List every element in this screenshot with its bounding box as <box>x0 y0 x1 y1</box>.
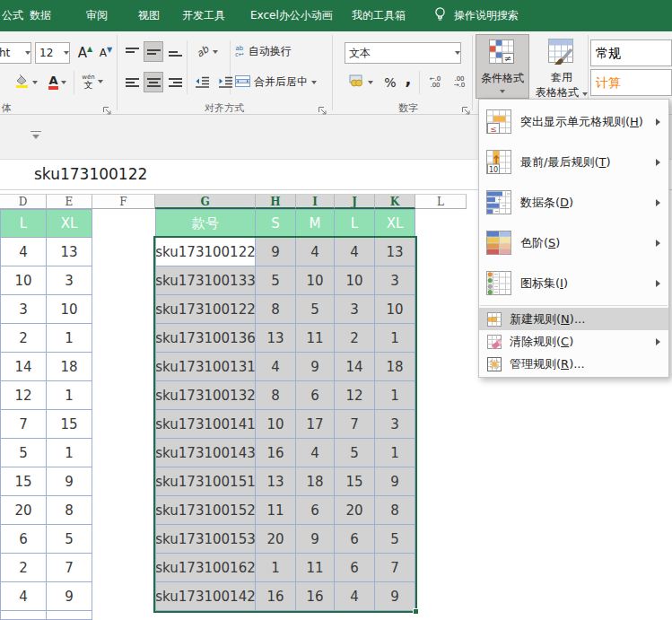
cell[interactable]: 10 <box>0 266 47 295</box>
cell[interactable]: 20 <box>0 496 47 525</box>
main-table-header[interactable]: L <box>335 209 375 238</box>
font-color-button[interactable]: A <box>44 71 71 93</box>
cell[interactable]: 13 <box>47 238 92 266</box>
main-table-header[interactable]: 款号 <box>155 209 256 238</box>
column-header-F[interactable]: F <box>92 194 155 209</box>
cell[interactable]: sku173100131 <box>155 353 256 381</box>
left-table-header[interactable]: XL <box>47 209 92 238</box>
cell[interactable]: 10 <box>256 410 296 439</box>
column-header-J[interactable]: J <box>335 194 375 209</box>
cell[interactable]: 10 <box>47 295 92 324</box>
cell[interactable]: 6 <box>296 496 335 525</box>
cell[interactable]: sku173100151 <box>155 467 256 496</box>
cell[interactable]: 5 <box>375 525 415 554</box>
cell[interactable]: sku173100132 <box>155 381 256 410</box>
menu-item-color-scales[interactable]: 色阶(S) <box>479 223 668 263</box>
wrap-text-button[interactable]: abc↩ 自动换行 <box>235 41 325 62</box>
cell[interactable]: 12 <box>335 381 375 410</box>
cell[interactable]: 20 <box>256 525 296 554</box>
cell[interactable]: 9 <box>296 525 335 554</box>
cell[interactable]: 4 <box>256 353 296 381</box>
cell[interactable] <box>47 611 92 620</box>
accounting-format-button[interactable] <box>345 71 377 93</box>
cell[interactable]: 15 <box>47 410 92 439</box>
cell[interactable]: 7 <box>0 410 47 439</box>
cell[interactable]: 8 <box>47 496 92 525</box>
menu-item-manage-rules[interactable]: 管理规则(R)... <box>479 353 668 375</box>
decrease-decimal-button[interactable]: .00→.0 <box>448 71 471 93</box>
cell[interactable]: sku173100141 <box>155 410 256 439</box>
cell[interactable]: 6 <box>0 525 47 554</box>
font-name-combo[interactable]: ht <box>0 42 31 64</box>
menu-item-clear-rules[interactable]: 清除规则(C) <box>479 330 668 353</box>
shrink-font-button[interactable]: A▼ <box>96 42 116 64</box>
cell[interactable]: 3 <box>0 295 47 324</box>
alignment-dialog-launcher-icon[interactable] <box>318 102 327 112</box>
cell[interactable]: 2 <box>0 554 47 582</box>
cell[interactable]: 4 <box>296 238 335 266</box>
cell[interactable]: 8 <box>256 295 296 324</box>
cell[interactable]: 9 <box>256 238 296 266</box>
cell[interactable]: sku173100162 <box>155 554 256 582</box>
cell[interactable]: 6 <box>335 525 375 554</box>
conditional-formatting-button[interactable]: ≠ 条件格式 <box>476 34 529 99</box>
comma-style-button[interactable]: , <box>401 67 415 90</box>
cell[interactable]: 1 <box>375 439 415 467</box>
cell[interactable]: 18 <box>296 467 335 496</box>
column-header-E[interactable]: E <box>47 194 92 209</box>
ribbon-tab[interactable]: 审阅 <box>86 0 108 31</box>
cell[interactable]: 5 <box>0 439 47 467</box>
cell[interactable]: 9 <box>375 467 415 496</box>
cell[interactable]: 4 <box>0 238 47 266</box>
column-header-G[interactable]: G <box>155 194 256 209</box>
ribbon-tab[interactable]: 开发工具 <box>182 0 225 31</box>
cell[interactable]: 9 <box>47 582 92 611</box>
active-cell[interactable]: sku173100122 <box>155 238 256 266</box>
font-size-combo[interactable]: 12 <box>35 42 70 64</box>
left-table-header[interactable]: L <box>0 209 47 238</box>
increase-decimal-button[interactable]: ←.0.00 <box>423 71 447 93</box>
font-dialog-launcher-icon[interactable] <box>102 102 112 112</box>
ribbon-tab[interactable]: 公式 <box>2 0 23 31</box>
cell[interactable]: 17 <box>296 410 335 439</box>
align-bottom-button[interactable] <box>165 41 185 62</box>
cell[interactable]: 1 <box>375 324 415 353</box>
menu-item-new-rule[interactable]: 新建规则(N)... <box>479 308 668 330</box>
cell[interactable]: 5 <box>335 439 375 467</box>
cell[interactable]: 15 <box>335 467 375 496</box>
cell[interactable]: 9 <box>47 467 92 496</box>
cell[interactable]: 6 <box>335 554 375 582</box>
cell-style-general[interactable]: 常规 <box>590 39 672 66</box>
cell[interactable]: 11 <box>256 496 296 525</box>
cell[interactable]: 1 <box>47 381 92 410</box>
align-middle-button[interactable] <box>144 41 163 62</box>
cell[interactable]: 15 <box>0 467 47 496</box>
tell-me-search[interactable]: 操作说明搜索 <box>434 0 519 31</box>
align-top-button[interactable] <box>122 41 142 62</box>
menu-item-highlight-cells-rules[interactable]: ≤突出显示单元格规则(H) <box>479 101 668 142</box>
increase-indent-button[interactable] <box>214 72 236 92</box>
cell[interactable]: sku173100143 <box>155 439 256 467</box>
cell[interactable]: 16 <box>256 439 296 467</box>
cell[interactable]: 4 <box>296 439 335 467</box>
cell-style-calculation[interactable]: 计算 <box>590 69 672 96</box>
cell[interactable] <box>0 611 47 620</box>
cell[interactable]: 3 <box>335 295 375 324</box>
cell[interactable]: sku173100136 <box>155 324 256 353</box>
cell[interactable]: 13 <box>256 324 296 353</box>
fill-color-button[interactable] <box>11 71 41 93</box>
cell[interactable]: 8 <box>375 496 415 525</box>
cell[interactable]: 16 <box>256 582 296 611</box>
column-header-D[interactable]: D <box>0 194 47 209</box>
cell[interactable]: 13 <box>256 467 296 496</box>
menu-item-icon-sets[interactable]: 图标集(I) <box>479 263 668 303</box>
cell[interactable]: 16 <box>296 582 335 611</box>
cell[interactable]: 10 <box>375 295 415 324</box>
cell[interactable]: 9 <box>375 582 415 611</box>
cell[interactable]: 1 <box>47 324 92 353</box>
phonetic-guide-button[interactable]: wén 文 <box>77 69 108 94</box>
cell[interactable]: 14 <box>0 353 47 381</box>
cell[interactable]: 11 <box>296 554 335 582</box>
number-format-combo[interactable]: 文本 <box>345 42 461 64</box>
align-center-button[interactable] <box>144 72 163 92</box>
